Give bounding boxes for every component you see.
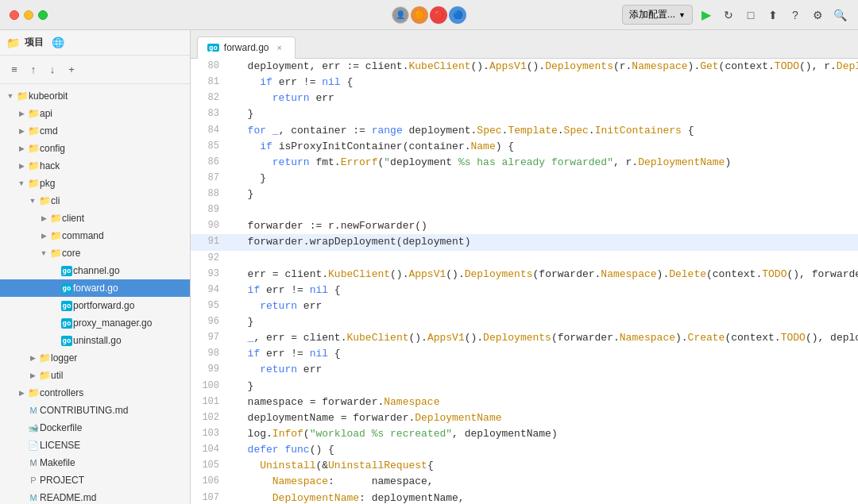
titlebar: 👤 🟠 🔴 🔵 添加配置... ▼ ▶ ↻ □ ⬆ ? ⚙ 🔍 <box>0 0 858 30</box>
sidebar-item-label: uninstall.go <box>73 335 190 346</box>
file-type-icon: M <box>27 406 40 415</box>
chevron-icon: ▶ <box>16 127 27 135</box>
sidebar-item-channel.go[interactable]: gochannel.go <box>0 262 190 279</box>
line-content: _, err = client.KubeClient().AppsV1().De… <box>232 330 858 346</box>
sidebar-item-api[interactable]: ▶📁api <box>0 105 190 122</box>
sidebar-item-label: util <box>51 370 190 381</box>
line-content: deploymentName = forwarder.DeploymentNam… <box>232 410 858 426</box>
sidebar-item-CONTRIBUTING.md[interactable]: MCONTRIBUTING.md <box>0 402 190 419</box>
user-avatar: 👤 <box>392 6 409 24</box>
line-number: 94 <box>191 283 232 298</box>
sidebar-item-label: logger <box>51 352 190 364</box>
sidebar-item-kubeorbit-root[interactable]: ▼📁kubeorbit <box>0 87 190 105</box>
file-type-icon: 📁 <box>27 108 40 119</box>
refresh-button[interactable]: ↻ <box>720 6 737 24</box>
sidebar-item-uninstall.go[interactable]: gouninstall.go <box>0 332 190 349</box>
code-line: 102 deploymentName = forwarder.Deploymen… <box>191 410 858 426</box>
code-editor[interactable]: 80 deployment, err := client.KubeClient(… <box>191 59 858 504</box>
maximize-button[interactable] <box>38 10 48 20</box>
tab-forward-go[interactable]: go forward.go × <box>197 37 296 59</box>
code-line: 81 if err != nil { <box>191 75 858 90</box>
stop-button[interactable]: □ <box>742 6 759 24</box>
line-content: forwarder.wrapDeployment(deployment) <box>232 234 858 250</box>
sidebar-item-Dockerfile[interactable]: 🐋Dockerfile <box>0 419 190 437</box>
tab-label: forward.go <box>224 42 269 53</box>
help-button[interactable]: ? <box>786 6 804 24</box>
chevron-icon: ▶ <box>38 232 49 240</box>
line-content: defer func() { <box>232 442 858 458</box>
file-type-icon: 📁 <box>16 90 29 102</box>
code-line: 97 _, err = client.KubeClient().AppsV1()… <box>191 330 858 346</box>
tab-close-button[interactable]: × <box>274 42 285 53</box>
sidebar-item-PROJECT[interactable]: PPROJECT <box>0 471 190 489</box>
traffic-lights <box>10 10 48 20</box>
sidebar-item-proxy_manager.go[interactable]: goproxy_manager.go <box>0 314 190 332</box>
sidebar-item-hack[interactable]: ▶📁hack <box>0 157 190 175</box>
sidebar-item-Makefile[interactable]: MMakefile <box>0 454 190 471</box>
file-type-icon: go <box>60 318 73 329</box>
line-number: 95 <box>191 298 232 314</box>
sidebar-item-label: api <box>40 108 190 119</box>
sidebar-item-controllers[interactable]: ▶📁controllers <box>0 384 190 402</box>
sidebar-item-cli[interactable]: ▼📁cli <box>0 192 190 210</box>
sidebar-item-client[interactable]: ▶📁client <box>0 210 190 227</box>
file-type-icon: 📁 <box>38 370 51 381</box>
search-button[interactable]: 🔍 <box>831 6 848 24</box>
share-button[interactable]: ⬆ <box>764 6 782 24</box>
sidebar-item-cmd[interactable]: ▶📁cmd <box>0 122 190 140</box>
sidebar-item-core[interactable]: ▼📁core <box>0 244 190 262</box>
line-content: if err != nil { <box>232 283 858 298</box>
sidebar-item-label: proxy_manager.go <box>73 317 190 329</box>
globe-icon: 🌐 <box>52 37 64 48</box>
run-button[interactable]: ▶ <box>698 6 715 24</box>
sidebar-item-label: config <box>40 143 190 154</box>
file-type-icon: M <box>27 458 40 467</box>
code-line: 91 forwarder.wrapDeployment(deployment) <box>191 234 858 250</box>
settings-button[interactable]: ⚙ <box>809 6 826 24</box>
minimize-button[interactable] <box>24 10 33 20</box>
sidebar-item-portforward.go[interactable]: goportforward.go <box>0 297 190 314</box>
sidebar-item-forward.go[interactable]: goforward.go <box>0 279 190 297</box>
sidebar-item-util[interactable]: ▶📁util <box>0 367 190 384</box>
sidebar-item-label: LICENSE <box>40 440 190 451</box>
download-icon[interactable]: ↓ <box>44 62 60 78</box>
editor-area: go forward.go × 80 deployment, err := cl… <box>191 30 858 504</box>
file-type-icon: 📁 <box>27 143 40 154</box>
sidebar-item-label: core <box>62 248 190 259</box>
sidebar-item-pkg[interactable]: ▼📁pkg <box>0 175 190 192</box>
code-line: 105 Uninstall(&UninstallRequest{ <box>191 458 858 474</box>
line-content: Uninstall(&UninstallRequest{ <box>232 458 858 474</box>
sidebar-item-logger[interactable]: ▶📁logger <box>0 349 190 367</box>
avatar-group: 👤 🟠 🔴 🔵 <box>392 6 466 24</box>
sidebar-item-config[interactable]: ▶📁config <box>0 140 190 157</box>
line-content: for _, container := range deployment.Spe… <box>232 123 858 139</box>
line-number: 97 <box>191 330 232 345</box>
sidebar-item-README.md[interactable]: MREADME.md <box>0 489 190 504</box>
file-type-icon: go <box>60 266 73 276</box>
code-line: 88 } <box>191 187 858 202</box>
close-button[interactable] <box>10 10 19 20</box>
line-number: 91 <box>191 234 232 249</box>
code-line: 103 log.Infof("workload %s recreated", d… <box>191 426 858 442</box>
filter-icon[interactable]: ≡ <box>6 62 22 78</box>
file-type-icon: 📁 <box>27 160 40 171</box>
chevron-down-icon: ▼ <box>678 11 686 19</box>
sidebar-item-LICENSE[interactable]: 📄LICENSE <box>0 437 190 454</box>
code-line: 104 defer func() { <box>191 442 858 458</box>
add-config-button[interactable]: 添加配置... ▼ <box>622 5 693 25</box>
code-line: 94 if err != nil { <box>191 283 858 298</box>
line-number: 107 <box>191 491 232 504</box>
line-content: if isProxyInitContainer(container.Name) … <box>232 139 858 155</box>
sidebar-item-command[interactable]: ▶📁command <box>0 227 190 244</box>
line-number: 96 <box>191 314 232 329</box>
upload-icon[interactable]: ↑ <box>25 62 41 78</box>
chevron-icon: ▶ <box>16 389 27 397</box>
line-number: 101 <box>191 394 232 410</box>
sidebar-item-label: README.md <box>40 492 190 503</box>
collaborator-avatar-2: 🔴 <box>430 6 447 24</box>
sidebar: 📁 项目 🌐 ≡ ↑ ↓ + ▼📁kubeorbit▶📁api▶📁cmd▶📁co… <box>0 30 191 504</box>
add-icon[interactable]: + <box>64 62 79 78</box>
sidebar-item-label: Makefile <box>40 457 190 468</box>
sidebar-item-label: command <box>62 230 190 241</box>
chevron-icon: ▶ <box>27 371 38 379</box>
